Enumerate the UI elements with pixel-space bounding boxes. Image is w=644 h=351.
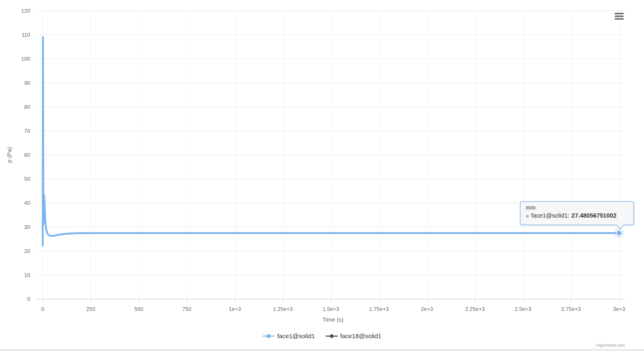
- gridlines: [37, 11, 625, 299]
- x-axis: [37, 299, 625, 302]
- plot-area: 02505007501e+31.25e+31.5e+31.75e+32e+32.…: [0, 0, 644, 351]
- y-tick-label: 120: [21, 8, 30, 14]
- x-axis-title: Time (s): [322, 317, 344, 323]
- tooltip-header: 3000: [526, 205, 634, 211]
- y-tick-label: 40: [24, 200, 30, 206]
- pressure-time-chart: 02505007501e+31.25e+31.5e+31.75e+32e+32.…: [0, 0, 644, 351]
- x-tick-label: 2e+3: [421, 306, 433, 312]
- x-axis-labels: 02505007501e+31.25e+31.5e+31.75e+32e+32.…: [41, 306, 625, 312]
- y-tick-label: 50: [24, 176, 30, 182]
- diamond-marker-icon: [326, 333, 338, 340]
- hamburger-icon: [614, 13, 624, 14]
- hamburger-icon: [614, 18, 624, 20]
- y-axis-labels: 0102030405060708090100110120: [21, 8, 30, 302]
- tooltip-series-name: face1@solid1: [531, 212, 568, 219]
- legend-item-label: face1@solid1: [277, 333, 315, 340]
- x-tick-label: 1.75e+3: [369, 306, 389, 312]
- circle-marker-icon: [262, 333, 274, 340]
- y-tick-label: 10: [24, 272, 30, 278]
- series-bullet-icon: ●: [526, 212, 529, 219]
- tooltip: 3000 ●face1@solid1:27.48056751002: [520, 201, 634, 225]
- tooltip-separator: :: [568, 212, 569, 219]
- y-tick-label: 70: [24, 128, 30, 134]
- legend: face1@solid1face18@solid1: [0, 333, 644, 340]
- x-tick-label: 250: [86, 306, 95, 312]
- x-tick-label: 500: [134, 306, 143, 312]
- x-tick-label: 0: [41, 306, 44, 312]
- x-tick-label: 3e+3: [613, 306, 625, 312]
- y-tick-label: 20: [24, 248, 30, 254]
- y-tick-label: 60: [24, 152, 30, 158]
- x-tick-label: 2.75e+3: [561, 306, 581, 312]
- y-tick-label: 100: [21, 56, 30, 62]
- hover-point-marker[interactable]: [614, 228, 624, 238]
- x-tick-label: 1.25e+3: [273, 306, 293, 312]
- legend-item-face1@solid1[interactable]: face1@solid1: [262, 333, 315, 340]
- highcharts-credits[interactable]: Highcharts.com: [596, 343, 625, 348]
- x-tick-label: 2.5e+3: [515, 306, 531, 312]
- y-axis-title: p (Pa): [6, 147, 13, 163]
- y-tick-label: 110: [22, 32, 30, 38]
- x-tick-label: 2.25e+3: [465, 306, 485, 312]
- x-tick-label: 1e+3: [229, 306, 241, 312]
- y-tick-label: 30: [24, 224, 30, 230]
- legend-item-label: face18@solid1: [340, 333, 382, 340]
- y-tick-label: 0: [27, 296, 30, 302]
- circle-marker-icon: [616, 230, 622, 236]
- horizontal-scrollbar-track[interactable]: [0, 349, 644, 351]
- x-tick-label: 1.5e+3: [322, 306, 339, 312]
- hamburger-icon: [614, 15, 624, 17]
- chart-context-menu-button[interactable]: [614, 13, 624, 20]
- y-tick-label: 90: [24, 80, 30, 86]
- legend-item-face18@solid1[interactable]: face18@solid1: [326, 333, 382, 340]
- y-tick-label: 80: [24, 104, 30, 110]
- tooltip-value: 27.48056751002: [571, 212, 616, 219]
- x-tick-label: 750: [182, 306, 191, 312]
- tooltip-row: ●face1@solid1:27.48056751002: [526, 212, 634, 219]
